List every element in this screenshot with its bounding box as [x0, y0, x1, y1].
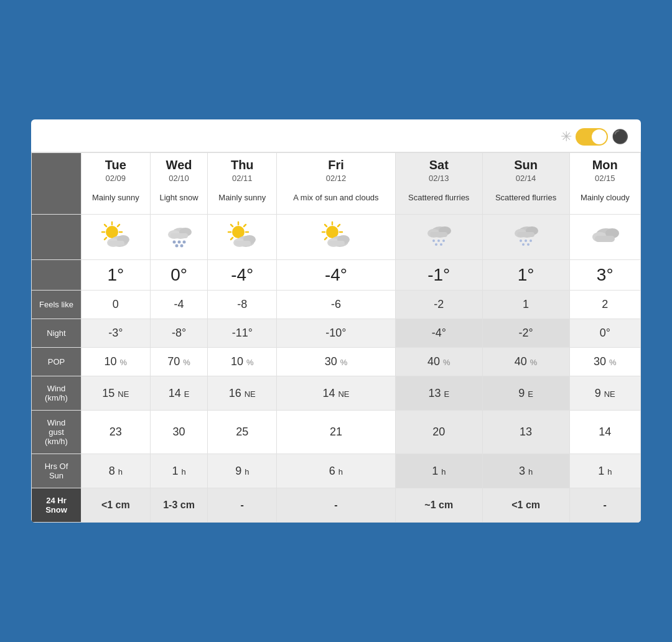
empty-icon-label	[32, 215, 82, 260]
weather-icon-sat	[395, 215, 482, 260]
wind-wed: 14 E	[150, 376, 208, 411]
hrs_sun-wed: 1 h	[150, 454, 208, 488]
snow-sun: <1 cm	[482, 488, 569, 523]
svg-line-27	[231, 225, 233, 226]
temp-wed: 0°	[150, 260, 208, 291]
svg-rect-34	[235, 241, 251, 246]
weather-icon-mon	[569, 215, 640, 260]
empty-label-cell	[32, 153, 82, 215]
label-feels_like: Feels like	[32, 291, 82, 319]
hrs_sun-thu: 9 h	[208, 454, 277, 488]
temp-sun: 1°	[482, 260, 569, 291]
wind_gust-tue: 23	[82, 411, 151, 454]
feels_like-wed: -4	[150, 291, 208, 319]
svg-point-61	[520, 240, 522, 242]
hrs_sun-sun: 3 h	[482, 454, 569, 488]
theme-toggle-area: ✳ ⚫	[561, 128, 628, 146]
night-tue: -3°	[82, 319, 151, 348]
row-snow: 24 Hr Snow<1 cm1-3 cm--~1 cm<1 cm-	[32, 488, 641, 523]
weather-icon-wed	[150, 215, 208, 260]
feels_like-sun: 1	[482, 291, 569, 319]
svg-point-19	[182, 241, 185, 244]
day-header-tue: Tue 02/09 Mainly sunny	[82, 153, 151, 215]
wind-thu: 16 NE	[208, 376, 277, 411]
night-wed: -8°	[150, 319, 208, 348]
snow-fri: -	[277, 488, 396, 523]
feels_like-mon: 2	[569, 291, 640, 319]
svg-point-52	[432, 240, 435, 242]
night-mon: 0°	[569, 319, 640, 348]
svg-rect-69	[595, 236, 615, 242]
wind-fri: 14 NE	[277, 376, 396, 411]
svg-point-20	[175, 244, 178, 248]
svg-point-55	[435, 243, 437, 246]
weather-card: ✳ ⚫ Tue 02/09 Mainly sunny Wed 02/10 Lig…	[31, 119, 641, 523]
wind_gust-sat: 20	[395, 411, 482, 454]
day-header-sun: Sun 02/14 Scattered flurries	[482, 153, 569, 215]
svg-line-30	[231, 238, 233, 240]
pop-tue: 10 %	[82, 348, 151, 376]
svg-line-43	[325, 238, 327, 240]
wind-tue: 15 NE	[82, 376, 151, 411]
svg-rect-47	[329, 241, 345, 246]
day-header-fri: Fri 02/12 A mix of sun and clouds	[277, 153, 396, 215]
night-fri: -10°	[277, 319, 396, 348]
hrs_sun-sat: 1 h	[395, 454, 482, 488]
snow-mon: -	[569, 488, 640, 523]
svg-point-56	[440, 243, 442, 246]
row-night: Night-3°-8°-11°-10°-4°-2°0°	[32, 319, 641, 348]
snow-sat: ~1 cm	[395, 488, 482, 523]
theme-toggle[interactable]	[576, 128, 608, 146]
pop-fri: 30 %	[277, 348, 396, 376]
svg-point-21	[180, 244, 183, 248]
temp-tue: 1°	[82, 260, 151, 291]
row-pop: POP10 %70 %10 %30 %40 %40 %30 %	[32, 348, 641, 376]
svg-rect-16	[170, 233, 188, 238]
toggle-circle	[592, 129, 607, 144]
wind_gust-sun: 13	[482, 411, 569, 454]
hrs_sun-fri: 6 h	[277, 454, 396, 488]
feels_like-fri: -6	[277, 291, 396, 319]
forecast-table: Tue 02/09 Mainly sunny Wed 02/10 Light s…	[31, 152, 641, 523]
card-header: ✳ ⚫	[31, 119, 641, 152]
temp-fri: -4°	[277, 260, 396, 291]
weather-icon-tue	[82, 215, 151, 260]
snow-wed: 1-3 cm	[150, 488, 208, 523]
night-sun: -2°	[482, 319, 569, 348]
svg-point-53	[437, 240, 440, 242]
day-header-wed: Wed 02/10 Light snow	[150, 153, 208, 215]
sun-icon: ✳	[561, 129, 572, 145]
svg-line-40	[325, 225, 327, 226]
wind-mon: 9 NE	[569, 376, 640, 411]
row-hrs_sun: Hrs Of Sun8 h1 h9 h6 h1 h3 h1 h	[32, 454, 641, 488]
wind-sat: 13 E	[395, 376, 482, 411]
hrs_sun-tue: 8 h	[82, 454, 151, 488]
temp-sat: -1°	[395, 260, 482, 291]
wind_gust-mon: 14	[569, 411, 640, 454]
svg-rect-60	[517, 232, 534, 237]
svg-point-62	[525, 240, 527, 242]
svg-rect-12	[108, 241, 124, 246]
row-feels_like: Feels like0-4-8-6-212	[32, 291, 641, 319]
svg-line-42	[338, 225, 340, 226]
temp-thu: -4°	[208, 260, 277, 291]
night-sat: -4°	[395, 319, 482, 348]
svg-rect-51	[430, 232, 447, 237]
label-wind: Wind (km/h)	[32, 376, 82, 411]
pop-mon: 30 %	[569, 348, 640, 376]
weather-icon-sun	[482, 215, 569, 260]
svg-point-18	[177, 241, 180, 244]
weather-icon-fri	[277, 215, 396, 260]
pop-thu: 10 %	[208, 348, 277, 376]
day-header-thu: Thu 02/11 Mainly sunny	[208, 153, 277, 215]
moon-icon: ⚫	[612, 129, 628, 145]
svg-line-8	[105, 238, 106, 240]
row-wind_gust: Wind gust (km/h)23302521201314	[32, 411, 641, 454]
snow-tue: <1 cm	[82, 488, 151, 523]
svg-point-17	[172, 241, 175, 244]
empty-temp-label	[32, 260, 82, 291]
day-header-sat: Sat 02/13 Scattered flurries	[395, 153, 482, 215]
temp-mon: 3°	[569, 260, 640, 291]
hrs_sun-mon: 1 h	[569, 454, 640, 488]
label-night: Night	[32, 319, 82, 348]
